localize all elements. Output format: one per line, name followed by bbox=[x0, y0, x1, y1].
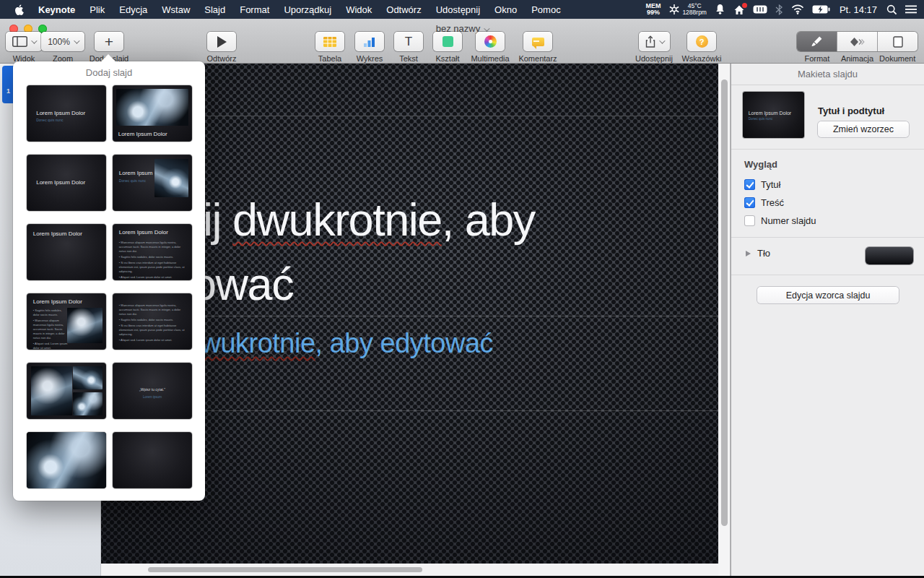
bell-icon bbox=[715, 4, 725, 15]
share-icon bbox=[645, 35, 655, 48]
shape-button[interactable] bbox=[433, 32, 462, 51]
master-title-bullets[interactable]: Lorem Ipsum Dolor Maecenas aliquam maece… bbox=[113, 224, 192, 280]
menu-item-keynote[interactable]: Keynote bbox=[31, 4, 82, 15]
play-icon bbox=[217, 36, 227, 48]
divider bbox=[731, 237, 924, 238]
menu-item-odtworz[interactable]: Odtwórz bbox=[379, 4, 428, 15]
memory-widget[interactable]: MEM 99% bbox=[645, 3, 661, 16]
menu-item-slajd[interactable]: Slajd bbox=[197, 4, 232, 15]
menu-item-pomoc[interactable]: Pomoc bbox=[524, 4, 567, 15]
home-status[interactable] bbox=[733, 4, 745, 15]
animate-tab[interactable] bbox=[837, 32, 877, 51]
master-title-center[interactable]: Lorem Ipsum Dolor bbox=[27, 155, 106, 211]
master-photo-full[interactable] bbox=[27, 432, 106, 488]
fan-widget[interactable]: 45°C 1288rpm bbox=[668, 3, 707, 16]
master-title-top[interactable]: Lorem Ipsum Dolor bbox=[27, 224, 106, 280]
comment-label: Komentarz bbox=[509, 54, 567, 63]
wifi-status[interactable] bbox=[791, 4, 804, 14]
subtitle-misspelled-word: dwukrotnie bbox=[186, 328, 315, 358]
thumb-subtitle: Donec quis nunc bbox=[119, 178, 146, 183]
zoom-button[interactable]: 100% bbox=[41, 32, 84, 51]
media-icon bbox=[484, 35, 497, 48]
slide-number: 1 bbox=[6, 87, 10, 95]
battery-status[interactable] bbox=[812, 5, 830, 14]
photo-placeholder bbox=[73, 366, 103, 389]
fan-readout: 45°C 1288rpm bbox=[682, 3, 707, 16]
vertical-scrollbar[interactable] bbox=[721, 79, 728, 526]
format-label: Format bbox=[797, 54, 837, 63]
body-checkbox-row: Treść bbox=[744, 197, 784, 208]
edit-master-button[interactable]: Edycja wzorca slajdu bbox=[757, 287, 899, 303]
document-label: Dokument bbox=[877, 54, 918, 63]
master-quote[interactable]: „Wpisz tu cytat.” Lorem ipsum bbox=[113, 363, 192, 419]
master-blank[interactable] bbox=[113, 432, 192, 488]
thumb-bullets: Maecenas aliquam maecenas ligula nostra,… bbox=[119, 303, 188, 344]
bluetooth-icon bbox=[775, 4, 783, 15]
photo-placeholder bbox=[67, 308, 102, 344]
menu-bar-status-area: MEM 99% 45°C 1288rpm bbox=[645, 3, 917, 16]
menu-item-udostepnij[interactable]: Udostępnij bbox=[429, 4, 487, 15]
wifi-icon bbox=[791, 4, 804, 14]
title-checkbox[interactable] bbox=[744, 179, 755, 190]
inspector-panel-title: Makieta slajdu bbox=[731, 64, 924, 85]
spotlight[interactable] bbox=[886, 4, 897, 15]
thumb-title: Lorem Ipsum Dolor bbox=[36, 179, 85, 186]
master-title-bullets-photo[interactable]: Lorem Ipsum Dolor Sagittis felis sodales… bbox=[27, 293, 106, 350]
master-title-subtitle[interactable]: Lorem Ipsum Dolor Donec quis nunc bbox=[27, 85, 106, 142]
photo-placeholder bbox=[27, 432, 106, 488]
thumb-title: Lorem Ipsum Dolor bbox=[33, 298, 82, 305]
subtitle-text: , aby edytować bbox=[315, 328, 493, 358]
menu-item-format[interactable]: Format bbox=[232, 4, 276, 15]
disclosure-triangle-icon[interactable] bbox=[746, 251, 751, 256]
title-checkbox-label: Tytuł bbox=[761, 179, 780, 190]
text-icon: T bbox=[405, 35, 412, 48]
search-icon bbox=[886, 4, 897, 15]
slide-number-checkbox-row: Numer slajdu bbox=[744, 215, 816, 226]
thumb-title: Lorem Ipsum Dolor bbox=[749, 111, 792, 116]
rpm-value: 1288rpm bbox=[682, 9, 707, 16]
thumb-subtitle: Donec quis nunc bbox=[36, 118, 63, 122]
thumb-title: Lorem Ipsum bbox=[119, 170, 153, 176]
master-photo-title[interactable]: Lorem Ipsum Dolor bbox=[113, 85, 192, 142]
background-color-swatch[interactable] bbox=[866, 247, 913, 264]
menu-item-okno[interactable]: Okno bbox=[487, 4, 524, 15]
menu-item-wstaw[interactable]: Wstaw bbox=[154, 4, 197, 15]
document-tab[interactable] bbox=[877, 32, 918, 51]
menu-item-widok[interactable]: Widok bbox=[339, 4, 379, 15]
menu-item-edycja[interactable]: Edycja bbox=[112, 4, 154, 15]
horizontal-scrollbar[interactable] bbox=[148, 567, 422, 572]
comment-button[interactable] bbox=[523, 32, 552, 51]
thumb-title: Lorem Ipsum Dolor bbox=[118, 131, 167, 137]
add-slide-popover: Dodaj slajd Lorem Ipsum Dolor Donec quis… bbox=[13, 61, 205, 501]
menu-bar-clock[interactable]: Pt. 14:17 bbox=[838, 4, 879, 15]
body-checkbox[interactable] bbox=[744, 197, 755, 208]
plus-icon: + bbox=[105, 34, 113, 49]
master-title-subtitle-photo[interactable]: Lorem Ipsum Donec quis nunc bbox=[113, 155, 192, 211]
menu-item-plik[interactable]: Plik bbox=[82, 4, 112, 15]
thumb-quote: „Wpisz tu cytat.” bbox=[113, 387, 192, 392]
remote-widget[interactable] bbox=[753, 5, 767, 14]
remote-icon bbox=[753, 5, 767, 14]
menu-item-uporzadkuj[interactable]: Uporządkuj bbox=[276, 4, 339, 15]
master-slide-thumbnail[interactable]: Lorem Ipsum Dolor Donec quis nunc bbox=[743, 92, 804, 138]
add-slide-button[interactable]: + bbox=[95, 32, 123, 51]
thumb-title: Lorem Ipsum Dolor bbox=[119, 229, 168, 236]
play-button[interactable] bbox=[207, 32, 236, 51]
apple-menu[interactable] bbox=[7, 4, 31, 15]
table-button[interactable] bbox=[315, 32, 344, 51]
change-master-button[interactable]: Zmień wzorzec bbox=[818, 121, 909, 137]
shape-icon bbox=[443, 36, 453, 47]
share-button[interactable] bbox=[639, 32, 670, 51]
format-tab[interactable] bbox=[797, 32, 837, 51]
tips-button[interactable]: ? bbox=[687, 32, 716, 51]
master-photo-3up[interactable] bbox=[27, 363, 106, 419]
slide-number-checkbox[interactable] bbox=[744, 215, 755, 226]
media-button[interactable] bbox=[476, 32, 505, 51]
bluetooth-status[interactable] bbox=[775, 4, 783, 15]
master-bullets[interactable]: Maecenas aliquam maecenas ligula nostra,… bbox=[113, 293, 192, 350]
notification-center[interactable] bbox=[905, 5, 917, 14]
chart-icon bbox=[364, 37, 375, 47]
chevron-down-icon[interactable] bbox=[484, 25, 489, 31]
home-badge bbox=[742, 3, 747, 8]
notifications-bell[interactable] bbox=[715, 4, 725, 15]
